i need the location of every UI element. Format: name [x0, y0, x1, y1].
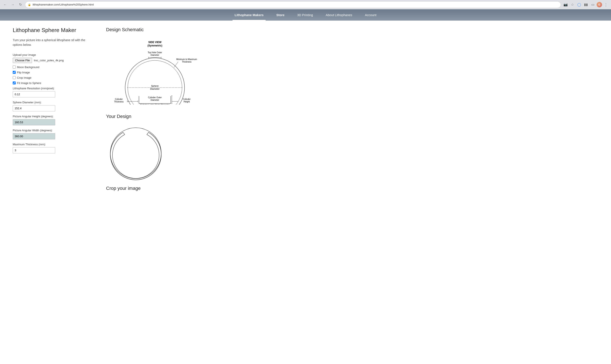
angular-height-label: Picture Angular Height (degrees): — [13, 115, 93, 118]
sphere-diam-label: Sphere — [151, 85, 158, 87]
schematic-title: Design Schematic — [106, 27, 293, 32]
cyl-outer-label: Cylinder Outer — [148, 96, 162, 99]
your-design-svg — [106, 123, 166, 183]
svg-line-5 — [174, 62, 178, 67]
star-icon[interactable]: ☆ — [569, 2, 575, 8]
schematic-svg: SIDE VIEW (Symmetric) Top Hole Outer Dia… — [106, 37, 208, 104]
resolution-label: Lithophane Resolution (mm/pixel): — [13, 87, 93, 90]
page-title: Lithophane Sphere Maker — [13, 27, 93, 34]
site-nav: Lithophane Makers Store 3D Printing Abou… — [0, 9, 611, 21]
schematic-container: Design Schematic SIDE VIEW (Symmetric) T… — [106, 27, 293, 105]
cyl-height-label: Cylinder — [183, 98, 191, 100]
toolbar-icons: 📷̸ ☆ ◯ ▮▮ ▭ G ⋮ — [563, 2, 609, 8]
symmetric-label: (Symmetric) — [147, 44, 162, 47]
max-thickness-group: Maximum Thickness (mm): — [13, 143, 93, 153]
moon-background-checkbox[interactable] — [13, 65, 16, 68]
angular-width-label: Picture Angular Width (degrees): — [13, 129, 93, 132]
min-max-label: Minimum to Maximum — [176, 58, 197, 60]
max-thickness-input[interactable] — [13, 147, 55, 153]
crop-image-label: Crop Image — [17, 76, 31, 79]
flip-image-label: Flip Image — [17, 71, 30, 74]
profile-icon[interactable]: ◯ — [576, 2, 582, 8]
page-description: Turn your picture into a spherical litho… — [13, 38, 93, 47]
svg-line-18 — [147, 132, 148, 134]
resolution-input[interactable] — [13, 91, 55, 97]
main-content: Lithophane Sphere Maker Turn your pictur… — [0, 21, 306, 202]
nav-lithophane-makers[interactable]: Lithophane Makers — [228, 9, 270, 21]
fit-image-label: Fit Image to Sphere — [17, 81, 41, 85]
angular-width-group: Picture Angular Width (degrees): — [13, 129, 93, 139]
sphere-diam-label2: Diameter — [150, 88, 160, 90]
extensions-icon[interactable]: ▮▮ — [583, 2, 589, 8]
sphere-diameter-input[interactable] — [13, 105, 55, 111]
min-max-label2: Thickness — [182, 61, 191, 63]
choose-file-button[interactable]: Choose File — [13, 58, 32, 63]
back-button[interactable]: ← — [2, 2, 8, 8]
resolution-group: Lithophane Resolution (mm/pixel): — [13, 87, 93, 97]
menu-icon[interactable]: ⋮ — [603, 2, 609, 8]
no-camera-icon: 📷̸ — [563, 2, 569, 8]
lock-icon: 🔒 — [28, 3, 31, 6]
flip-image-row[interactable]: Flip Image — [13, 71, 93, 74]
fit-image-checkbox[interactable] — [13, 81, 16, 84]
nav-3d-printing[interactable]: 3D Printing — [291, 9, 319, 21]
upload-label: Upload your image — [13, 53, 93, 56]
address-bar[interactable]: 🔒 — [25, 1, 561, 8]
cyl-thickness-label: Cylinder — [115, 98, 123, 100]
user-avatar[interactable]: G — [597, 2, 602, 7]
side-view-label: SIDE VIEW — [148, 41, 162, 44]
sphere-diameter-group: Sphere Diameter (mm): — [13, 101, 93, 111]
your-design-title: Your Design — [106, 114, 293, 119]
crop-title: Crop your image — [106, 186, 293, 191]
cyl-height-label2: Height — [184, 101, 190, 103]
reload-button[interactable]: ↻ — [17, 2, 23, 8]
top-hole-label2: Diameter — [151, 54, 159, 56]
moon-background-label: Moon Background — [17, 65, 39, 69]
cyl-thickness-label2: Thickness — [114, 101, 123, 103]
svg-line-17 — [123, 132, 125, 134]
crop-image-checkbox[interactable] — [13, 76, 16, 79]
upload-section: Upload your image Choose File lroc_color… — [13, 53, 93, 63]
url-input[interactable] — [33, 3, 558, 6]
angular-height-group: Picture Angular Height (degrees): — [13, 115, 93, 125]
crop-image-row[interactable]: Crop Image — [13, 76, 93, 79]
sphere-diameter-label: Sphere Diameter (mm): — [13, 101, 93, 104]
nav-about[interactable]: About Lithophanes — [319, 9, 359, 21]
nav-store[interactable]: Store — [270, 9, 291, 21]
angular-height-input[interactable] — [13, 119, 55, 125]
right-panel: Design Schematic SIDE VIEW (Symmetric) T… — [106, 27, 293, 195]
angular-width-input[interactable] — [13, 133, 55, 139]
nav-account[interactable]: Account — [359, 9, 383, 21]
max-thickness-label: Maximum Thickness (mm): — [13, 143, 93, 146]
forward-button[interactable]: → — [10, 2, 16, 8]
top-hole-label: Top Hole Outer — [148, 51, 162, 54]
fit-image-row[interactable]: Fit Image to Sphere — [13, 81, 93, 85]
flip-image-checkbox[interactable] — [13, 71, 16, 74]
cast-icon[interactable]: ▭ — [590, 2, 596, 8]
file-name-display: lroc_color_poles_4k.png — [34, 59, 64, 62]
browser-chrome: ← → ↻ 🔒 📷̸ ☆ ◯ ▮▮ ▭ G ⋮ — [0, 0, 611, 9]
cyl-outer-label2: Diameter — [151, 99, 159, 101]
your-design-container: Your Design Crop your image — [106, 114, 293, 191]
upload-row: Choose File lroc_color_poles_4k.png — [13, 58, 93, 63]
moon-background-row[interactable]: Moon Background — [13, 65, 93, 69]
left-panel: Lithophane Sphere Maker Turn your pictur… — [13, 27, 93, 195]
cyl-ledge-label: Cylinder Ledge Outer Diameter — [140, 104, 170, 104]
